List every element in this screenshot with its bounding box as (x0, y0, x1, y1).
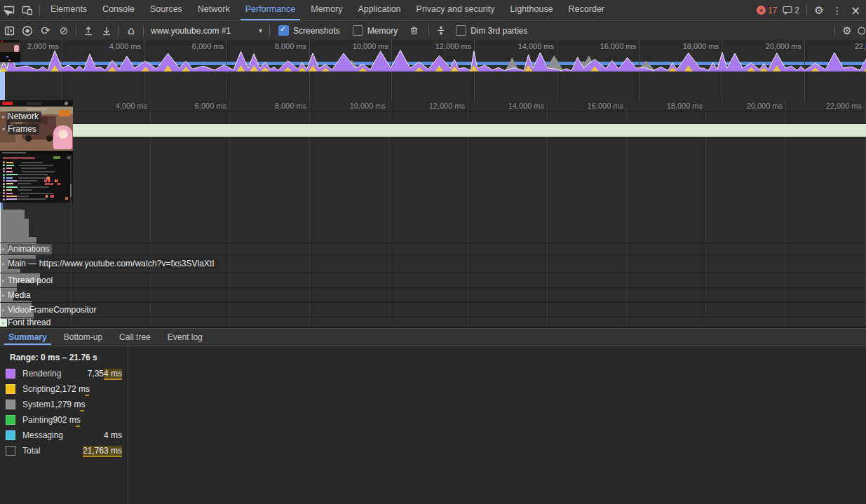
tabbar-right-controls: × 17 2 ⚙ ⋮ × (757, 0, 865, 20)
track-label-text: Main — https://www.youtube.com/watch?v=f… (8, 259, 217, 269)
ruler-tick-label: 6,000 ms (195, 102, 229, 110)
summary-row-system: System1,279 ms (6, 399, 122, 410)
issues-badge[interactable]: 2 (783, 6, 799, 15)
memory-checkbox[interactable] (353, 25, 363, 36)
divider (143, 25, 144, 36)
track-label-animations[interactable]: ▸Animations (1, 244, 52, 254)
history-select[interactable]: www.youtube.com #1 ▾ (147, 25, 266, 37)
track-label-text: Animations (8, 244, 52, 254)
legend-label: Scripting (22, 384, 55, 394)
history-selected-value: www.youtube.com #1 (151, 26, 231, 36)
collapsed-arrow-icon: ▸ (2, 307, 5, 313)
track-label-text: Thread pool (8, 275, 53, 285)
issue-count: 2 (794, 6, 799, 15)
dim-3rd-parties-label[interactable]: Dim 3rd parties (471, 26, 527, 36)
panel-settings-gear-icon[interactable]: ⚙ (838, 22, 856, 40)
tab-network[interactable]: Network (190, 0, 238, 20)
collect-garbage-icon[interactable] (405, 22, 423, 40)
details-tab-bar: SummaryBottom-upCall treeEvent log (0, 328, 866, 346)
error-count-badge[interactable]: × 17 (757, 6, 777, 15)
kebab-menu-icon[interactable]: ⋮ (828, 1, 846, 20)
ruler-tick-label: 20,000 ms (747, 102, 785, 110)
error-count: 17 (768, 6, 777, 15)
frames-track-row (0, 123, 866, 137)
home-icon[interactable]: ⌂ (122, 22, 140, 40)
thread-pool-track-row (0, 273, 866, 288)
track-label-main[interactable]: ▸Main — https://www.youtube.com/watch?v=… (1, 259, 217, 269)
summary-range: Range: 0 ms – 21.76 s (10, 353, 97, 362)
save-profile-icon[interactable] (97, 22, 116, 40)
screenshots-checkbox[interactable] (278, 25, 289, 36)
inspect-element-icon[interactable] (0, 1, 18, 20)
details-tab-summary[interactable]: Summary (0, 329, 55, 345)
tab-privacy-and-security[interactable]: Privacy and security (409, 0, 503, 20)
track-label-frames[interactable]: ▾Frames (1, 124, 39, 135)
legend-swatch (6, 369, 15, 379)
font-thread-track-row (0, 317, 866, 327)
track-label-font-thread[interactable]: ▸Font thread (1, 318, 50, 327)
tab-memory[interactable]: Memory (303, 0, 350, 20)
tab-console[interactable]: Console (95, 0, 142, 20)
clear-icon[interactable]: ⊘ (55, 22, 73, 40)
details-tab-bottom-up[interactable]: Bottom-up (55, 329, 111, 345)
track-label-thread-pool[interactable]: ▸Thread pool (1, 275, 53, 285)
screenshots-label[interactable]: Screenshots (293, 26, 340, 36)
tab-sources[interactable]: Sources (142, 0, 190, 20)
details-tab-call-tree[interactable]: Call tree (111, 329, 159, 345)
legend-swatch (6, 384, 15, 394)
ruler-tick-label: 14,000 ms (508, 102, 547, 110)
divider (806, 5, 807, 16)
track-label-network[interactable]: ▸Network (1, 111, 41, 122)
collapsed-arrow-icon: ▸ (2, 246, 5, 252)
legend-swatch (6, 430, 15, 440)
media-track-row (0, 287, 866, 303)
collapsed-arrow-icon: ▸ (2, 320, 5, 326)
settings-gear-icon[interactable]: ⚙ (810, 1, 828, 20)
legend-value: 1,279 ms (50, 400, 85, 409)
record-and-reload-icon[interactable]: ⟳ (36, 22, 55, 40)
track-label-video-frame-compositor[interactable]: ▸VideoFrameCompositor (1, 305, 97, 315)
summary-row-total: Total21,763 ms (6, 445, 122, 456)
summary-row-painting: Painting902 ms (6, 414, 122, 425)
legend-value: 7,354 ms (88, 369, 122, 379)
network-request-bar[interactable] (0, 228, 29, 237)
live-metrics-icon[interactable] (856, 22, 866, 40)
devtools-window: ElementsConsoleSourcesNetworkPerformance… (0, 0, 866, 504)
memory-label[interactable]: Memory (367, 26, 398, 36)
timeline-overview[interactable]: 2,000 ms4,000 ms6,000 ms8,000 ms10,000 m… (0, 40, 866, 100)
ruler-tick-label: 4,000 ms (116, 102, 150, 110)
summary-divider (128, 346, 128, 504)
tab-recorder[interactable]: Recorder (561, 0, 612, 20)
legend-value: 4 ms (104, 430, 122, 440)
issues-icon (783, 6, 792, 15)
tab-elements[interactable]: Elements (43, 0, 95, 20)
track-label-media[interactable]: ▸Media (1, 290, 31, 300)
track-label-text: Frames (8, 124, 39, 135)
collapsed-arrow-icon: ▸ (2, 261, 5, 267)
divider (76, 25, 76, 36)
tab-performance[interactable]: Performance (238, 0, 304, 20)
tab-lighthouse[interactable]: Lighthouse (502, 0, 560, 20)
ruler-tick-label: 10,000 ms (350, 102, 388, 110)
legend-value: 2,172 ms (55, 384, 90, 394)
legend-value: 21,763 ms (83, 446, 122, 456)
device-toolbar-icon[interactable] (18, 1, 36, 20)
video-frame-compositor-track-row (0, 302, 866, 318)
legend-value: 902 ms (53, 415, 80, 425)
network-request-bar[interactable] (0, 210, 25, 219)
tab-application[interactable]: Application (350, 0, 408, 20)
close-devtools-icon[interactable]: × (846, 1, 865, 20)
collapse-sections-icon[interactable] (432, 22, 450, 40)
divider (39, 5, 40, 16)
record-icon[interactable] (18, 22, 36, 40)
legend-swatch (6, 446, 15, 456)
legend-label: Total (22, 446, 40, 456)
toggle-sidebar-icon[interactable] (0, 22, 18, 40)
network-request-bar[interactable] (0, 219, 29, 228)
details-tab-event-log[interactable]: Event log (159, 329, 211, 345)
load-profile-icon[interactable] (79, 22, 97, 40)
ruler-tick-label: 8,000 ms (275, 102, 309, 110)
network-track-row (0, 111, 866, 124)
dim-3rd-parties-checkbox[interactable] (456, 25, 466, 36)
legend-label: Messaging (22, 430, 63, 440)
